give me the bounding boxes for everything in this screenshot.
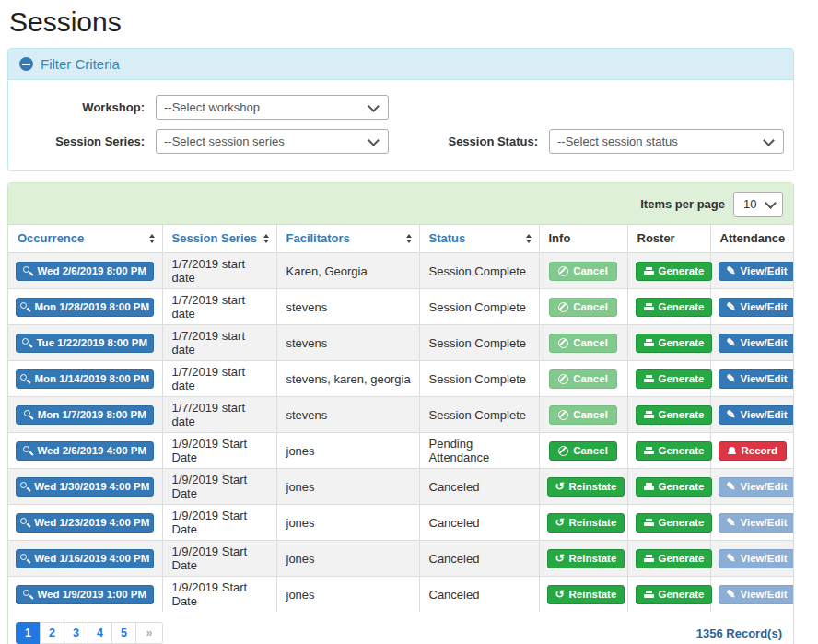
reinstate-button[interactable]: ↺Reinstate xyxy=(547,513,625,533)
session-status-select[interactable]: --Select session status xyxy=(549,129,784,154)
button-label: Mon 1/28/2019 8:00 PM xyxy=(34,301,149,312)
pagination-page-4-button[interactable]: 4 xyxy=(88,622,112,644)
button-label: Generate xyxy=(659,265,705,276)
button-label: View/Edit xyxy=(741,265,788,276)
column-header-status[interactable]: Status xyxy=(419,225,539,252)
page-container: Sessions Filter Criteria Workshop: --Sel… xyxy=(7,6,794,644)
session-status-select-wrap: --Select session status xyxy=(549,129,784,154)
filter-criteria-header[interactable]: Filter Criteria xyxy=(8,49,793,80)
facilitators-cell: stevens xyxy=(276,325,419,361)
generate-button[interactable]: Generate xyxy=(636,405,713,425)
occurrence-cell: Mon 1/14/2019 8:00 PM xyxy=(8,361,162,397)
session-series-select[interactable]: --Select session series xyxy=(156,129,389,154)
printer-icon xyxy=(644,447,654,455)
occurrence-button[interactable]: Wed 2/6/2019 8:00 PM xyxy=(16,262,154,281)
info-cell: Cancel xyxy=(539,325,627,361)
search-icon xyxy=(23,446,32,455)
view-edit-button[interactable]: ✎View/Edit xyxy=(719,298,795,317)
pagination-page-5-button[interactable]: 5 xyxy=(111,622,136,644)
view-edit-button: ✎View/Edit xyxy=(719,477,795,497)
cancel-button[interactable]: Cancel xyxy=(549,441,617,461)
occurrence-cell: Mon 1/28/2019 8:00 PM xyxy=(8,289,162,325)
session-series-cell: 1/7/2019 start date xyxy=(162,361,276,397)
cancel-button: Cancel xyxy=(549,298,617,317)
cancel-button: Cancel xyxy=(549,262,617,281)
generate-button[interactable]: Generate xyxy=(636,369,713,389)
search-icon xyxy=(23,266,32,275)
column-header-facilitators[interactable]: Facilitators xyxy=(276,225,419,252)
record-count: 1356 Record(s) xyxy=(696,626,782,640)
column-header-attendance: Attendance xyxy=(710,225,794,252)
session-series-cell: 1/7/2019 start date xyxy=(162,289,276,325)
undo-icon: ↺ xyxy=(555,553,565,564)
occurrence-button[interactable]: Wed 1/23/2019 4:00 PM xyxy=(16,513,154,533)
items-per-page-select[interactable]: 10 xyxy=(733,192,783,217)
sort-icon xyxy=(526,234,532,243)
facilitators-cell: stevens xyxy=(276,289,419,325)
attendance-cell: ✎View/Edit xyxy=(710,289,794,325)
generate-button[interactable]: Generate xyxy=(636,549,713,568)
workshop-select[interactable]: --Select workshop xyxy=(156,95,389,120)
occurrence-cell: Wed 1/16/2019 4:00 PM xyxy=(8,541,162,577)
printer-icon xyxy=(644,267,654,275)
page-title: Sessions xyxy=(9,6,794,38)
session-series-cell: 1/9/2019 Start Date xyxy=(162,505,276,541)
view-edit-button[interactable]: ✎View/Edit xyxy=(719,262,795,281)
roster-cell: Generate xyxy=(627,252,710,289)
reinstate-button[interactable]: ↺Reinstate xyxy=(547,477,625,497)
occurrence-button[interactable]: Wed 1/30/2019 4:00 PM xyxy=(16,477,154,497)
pagination-next-button[interactable]: » xyxy=(135,622,163,644)
reinstate-button[interactable]: ↺Reinstate xyxy=(547,549,625,568)
printer-icon xyxy=(644,339,654,347)
pencil-icon: ✎ xyxy=(727,553,736,564)
generate-button[interactable]: Generate xyxy=(636,441,713,461)
occurrence-cell: Wed 1/23/2019 4:00 PM xyxy=(8,505,162,541)
occurrence-button[interactable]: Mon 1/14/2019 8:00 PM xyxy=(16,369,154,389)
view-edit-button[interactable]: ✎View/Edit xyxy=(719,405,795,425)
pagination-item: 1 xyxy=(16,622,41,644)
view-edit-button[interactable]: ✎View/Edit xyxy=(719,334,795,353)
bell-icon xyxy=(728,447,736,455)
column-header-occurrence[interactable]: Occurrence xyxy=(8,225,162,252)
sort-icon xyxy=(406,234,412,243)
occurrence-button[interactable]: Wed 1/9/2019 1:00 PM xyxy=(16,585,154,604)
reinstate-button[interactable]: ↺Reinstate xyxy=(547,585,625,604)
sessions-table-panel: Items per page 10 Occurrence xyxy=(7,182,794,644)
ban-icon xyxy=(558,374,568,384)
generate-button[interactable]: Generate xyxy=(636,477,713,497)
record-button[interactable]: Record xyxy=(719,441,787,461)
occurrence-button[interactable]: Wed 2/6/2019 4:00 PM xyxy=(16,441,154,461)
collapse-minus-icon[interactable] xyxy=(19,57,33,71)
table-row: Mon 1/28/2019 8:00 PM1/7/2019 start date… xyxy=(8,289,794,325)
column-header-session-series[interactable]: Session Series xyxy=(162,225,276,252)
generate-button[interactable]: Generate xyxy=(636,513,713,533)
occurrence-cell: Mon 1/7/2019 8:00 PM xyxy=(8,397,162,433)
pagination-item: 2 xyxy=(41,622,64,644)
table-header-row: Occurrence Session Series Facilitators S… xyxy=(8,225,794,252)
button-label: Generate xyxy=(659,409,705,420)
button-label: View/Edit xyxy=(741,589,788,600)
generate-button[interactable]: Generate xyxy=(636,298,713,317)
facilitators-cell: stevens, karen, georgia xyxy=(276,361,419,397)
pagination-page-2-button[interactable]: 2 xyxy=(40,622,64,644)
printer-icon xyxy=(644,375,654,383)
occurrence-button[interactable]: Mon 1/7/2019 8:00 PM xyxy=(16,405,154,425)
pagination-page-1-button[interactable]: 1 xyxy=(16,622,41,644)
view-edit-button[interactable]: ✎View/Edit xyxy=(719,369,795,389)
pagination-page-3-button[interactable]: 3 xyxy=(64,622,88,644)
button-label: Reinstate xyxy=(569,589,617,600)
occurrence-button[interactable]: Tue 1/22/2019 8:00 PM xyxy=(16,334,154,353)
generate-button[interactable]: Generate xyxy=(636,262,713,281)
facilitators-cell: jones xyxy=(276,433,419,469)
column-label: Roster xyxy=(637,231,675,245)
button-label: Generate xyxy=(659,589,705,600)
column-header-roster: Roster xyxy=(627,225,710,252)
attendance-cell: ✎View/Edit xyxy=(710,361,794,397)
roster-cell: Generate xyxy=(627,325,710,361)
table-row: Wed 1/9/2019 1:00 PM1/9/2019 Start Datej… xyxy=(8,577,794,613)
occurrence-button[interactable]: Wed 1/16/2019 4:00 PM xyxy=(16,549,154,568)
generate-button[interactable]: Generate xyxy=(636,585,713,604)
session-series-cell: 1/7/2019 start date xyxy=(162,397,276,433)
generate-button[interactable]: Generate xyxy=(636,334,713,353)
occurrence-button[interactable]: Mon 1/28/2019 8:00 PM xyxy=(16,298,154,317)
